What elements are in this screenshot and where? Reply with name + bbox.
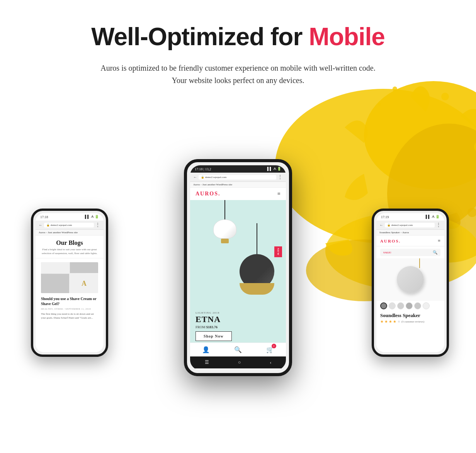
blog-img-1	[41, 262, 69, 273]
blog-post-image: A	[41, 262, 98, 293]
header-section: Well-Optimized for Mobile Auros is optim…	[0, 0, 476, 98]
left-site-name: Auros – Just another WordPress site	[39, 231, 78, 234]
left-back-arrow[interactable]: ←	[39, 223, 42, 227]
center-status-bar: 17:18 | 13,2 ▌▌ ᗑ 🔋	[190, 165, 286, 173]
right-brand-logo: AUROS.	[380, 239, 401, 243]
center-menu-dots[interactable]: ⋮	[278, 174, 283, 180]
left-phone: 17:18 ▌▌ ᗑ 🔋 ← 🔒 demo2.wpopal.com ⋮	[31, 209, 108, 357]
blog-img-2	[70, 262, 98, 273]
blog-post: A Should you use a Shave Cream or Shave …	[36, 258, 104, 324]
right-site-name: Soundless Speaker – Auros	[379, 231, 409, 234]
center-product-info: LIGHTING 2018 ETNA FROM $183.76 Shop Now	[190, 308, 286, 343]
center-product-price: FROM $183.76	[196, 325, 280, 329]
center-status-time: 17:18 | 13,2	[195, 167, 211, 171]
swatch-silver[interactable]	[397, 302, 404, 309]
blog-image-grid: A	[41, 262, 98, 293]
swatch-light[interactable]	[389, 302, 396, 309]
star-2: ★	[384, 319, 388, 324]
lamp2-cord	[257, 223, 257, 254]
center-brand-dot: .	[218, 191, 221, 197]
center-android-menu[interactable]: ☰	[205, 360, 209, 365]
center-back-arrow[interactable]: ←	[193, 175, 197, 179]
center-lock-icon: 🔒	[201, 176, 204, 179]
swatch-white[interactable]	[423, 302, 430, 309]
center-cart-badge: 0	[272, 344, 276, 348]
right-phone-screen: 17:19 ▌▌ ᗑ 🔋 ← 🔒 demo2.wpopal.com ⋮	[376, 213, 444, 352]
swatch-white-gray[interactable]	[414, 302, 421, 309]
left-status-time: 17:18	[40, 215, 48, 219]
blog-post-title: Should you use a Shave Cream or Shave Ge…	[41, 296, 98, 306]
center-browser-bar: ← 🔒 demo2.wpopal.com ⋮	[190, 173, 286, 182]
center-phone-frame: 17:18 | 13,2 ▌▌ ᗑ 🔋 ← 🔒 demo2.wpopal.com…	[184, 159, 292, 376]
left-status-icons: ▌▌ ᗑ 🔋	[85, 215, 99, 219]
lamp1	[213, 200, 236, 243]
center-nav-search-icon[interactable]: 🔍	[234, 346, 242, 353]
right-search-icon[interactable]: 🔍	[433, 250, 437, 254]
right-hamburger[interactable]: ≡	[438, 238, 440, 244]
right-status-icons: ▌▌ ᗑ 🔋	[426, 215, 440, 219]
star-4: ★	[393, 319, 396, 324]
swatch-gray[interactable]	[380, 302, 387, 309]
lamp-display-area: NEW	[190, 200, 286, 308]
center-brand-logo: AUROS.	[196, 191, 221, 197]
lamp1-base	[221, 239, 229, 243]
center-url-text: demo2.wpopal.com	[205, 176, 226, 179]
left-browser-bar: ← 🔒 demo2.wpopal.com ⋮	[36, 221, 104, 230]
product-tag: NEW	[274, 246, 282, 257]
blog-post-meta: HEALTHY, OTHER / September 11, 2018	[41, 308, 98, 310]
right-speaker-cord	[419, 258, 420, 268]
right-menu-dots[interactable]: ⋮	[436, 222, 441, 228]
right-speaker-circle	[397, 266, 424, 293]
right-sale-badge: SALE!	[383, 251, 391, 254]
right-product-image	[376, 258, 444, 301]
left-menu-dots[interactable]: ⋮	[95, 222, 100, 228]
left-url-text: demo2.wpopal.com	[51, 224, 72, 227]
right-phone-frame: 17:19 ▌▌ ᗑ 🔋 ← 🔒 demo2.wpopal.com ⋮	[372, 209, 449, 357]
blog-img-3	[41, 274, 69, 293]
center-site-name: Auros – Just another WordPress site	[193, 183, 232, 186]
shop-now-button[interactable]: Shop Now	[196, 331, 232, 341]
left-url-bar: 🔒 demo2.wpopal.com	[44, 223, 94, 227]
page-title: Well-Optimized for Mobile	[39, 23, 437, 50]
right-url-bar: 🔒 demo2.wpopal.com	[385, 223, 435, 227]
center-product-category: LIGHTING 2018	[196, 311, 280, 314]
phones-section: 17:18 ▌▌ ᗑ 🔋 ← 🔒 demo2.wpopal.com ⋮	[0, 98, 476, 388]
right-review-count: (5 customer reviews)	[401, 320, 424, 323]
right-store-header: AUROS. ≡	[376, 236, 444, 246]
star-1: ★	[380, 319, 384, 324]
lamp1-shade	[213, 219, 236, 239]
right-speaker-wrapper	[397, 266, 424, 293]
right-product-title: Soundless Speaker	[376, 311, 444, 319]
center-store-header: AUROS. ≡	[190, 188, 286, 200]
right-back-arrow[interactable]: ←	[379, 223, 383, 227]
center-android-back[interactable]: ‹	[270, 360, 271, 365]
title-part1: Well-Optimized for	[91, 23, 309, 51]
center-url-bar: 🔒 demo2.wpopal.com	[199, 175, 276, 180]
blog-header: Our Blogs Find a bright ideal to suit yo…	[36, 236, 104, 258]
right-status-bar: 17:19 ▌▌ ᗑ 🔋	[376, 213, 444, 221]
center-hamburger[interactable]: ≡	[277, 191, 280, 197]
right-browser-bar: ← 🔒 demo2.wpopal.com ⋮	[376, 221, 444, 230]
right-phone-content: AUROS. ≡ SALE! 🔍	[376, 236, 444, 352]
right-lock-icon: 🔒	[387, 224, 391, 227]
subtitle-line2: Your website looks perfect on any device…	[172, 76, 304, 85]
center-product-name: ETNA	[196, 314, 280, 324]
left-lock-icon: 🔒	[46, 224, 50, 227]
title-highlight: Mobile	[309, 23, 385, 51]
left-phone-screen: 17:18 ▌▌ ᗑ 🔋 ← 🔒 demo2.wpopal.com ⋮	[36, 213, 104, 352]
blog-post-excerpt: The first thing you need to do is sit do…	[41, 312, 98, 320]
center-phone: 17:18 | 13,2 ▌▌ ᗑ 🔋 ← 🔒 demo2.wpopal.com…	[184, 159, 292, 376]
center-nav-user-icon[interactable]: 👤	[202, 346, 210, 353]
center-android-nav: ☰ ○ ‹	[190, 356, 286, 368]
right-status-time: 17:19	[381, 215, 389, 219]
center-status-icons: ▌▌ ᗑ 🔋	[267, 167, 281, 171]
swatch-med-gray[interactable]	[406, 302, 413, 309]
right-search-bar[interactable]: SALE! 🔍	[380, 249, 440, 256]
left-status-bar: 17:18 ▌▌ ᗑ 🔋	[36, 213, 104, 221]
lamp1-cord	[224, 200, 225, 219]
left-blog-content: Our Blogs Find a bright ideal to suit yo…	[36, 236, 104, 352]
left-phone-frame: 17:18 ▌▌ ᗑ 🔋 ← 🔒 demo2.wpopal.com ⋮	[31, 209, 108, 357]
center-android-home[interactable]: ○	[238, 360, 241, 365]
lamp2	[240, 223, 274, 295]
center-nav-cart-icon[interactable]: 🛒 0	[266, 346, 274, 353]
